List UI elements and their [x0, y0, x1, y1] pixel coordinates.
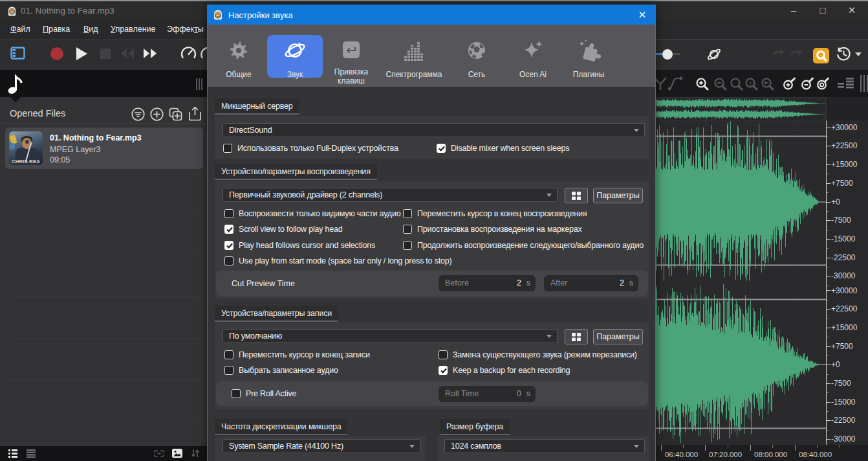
svg-text:+0: +0: [831, 197, 840, 207]
svg-text:+15000: +15000: [831, 160, 858, 169]
svg-text:+7500: +7500: [831, 342, 853, 351]
svg-text:08:40.000: 08:40.000: [799, 451, 832, 458]
svg-text:+22500: +22500: [831, 304, 858, 313]
svg-text:-15000: -15000: [831, 234, 856, 243]
svg-text:-30000: -30000: [831, 434, 856, 444]
svg-text:+15000: +15000: [831, 323, 858, 332]
svg-text:+30000: +30000: [831, 286, 858, 295]
svg-text:1: 1: [748, 80, 752, 87]
svg-text:-7500: -7500: [831, 216, 851, 225]
svg-text:+30000: +30000: [831, 123, 858, 132]
svg-text:+7500: +7500: [831, 179, 853, 188]
svg-text:-15000: -15000: [831, 398, 856, 407]
svg-text:+22500: +22500: [831, 141, 858, 150]
svg-text:-30000: -30000: [831, 271, 856, 280]
svg-text:-22500: -22500: [831, 253, 856, 262]
svg-text:07:20.000: 07:20.000: [709, 451, 742, 458]
svg-text:+0: +0: [831, 360, 840, 369]
svg-text:06:40.000: 06:40.000: [665, 451, 698, 458]
svg-text:-22500: -22500: [831, 416, 856, 425]
svg-text:08:00.000: 08:00.000: [754, 451, 787, 458]
svg-text:-7500: -7500: [831, 379, 851, 388]
